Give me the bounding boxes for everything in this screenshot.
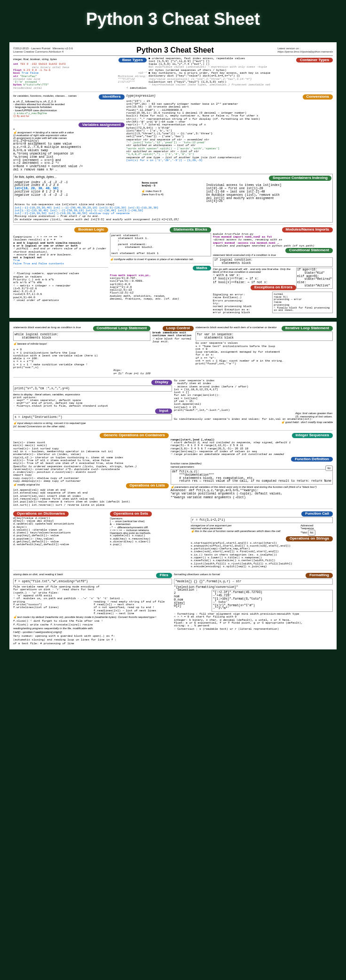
section-iter-loop: Iterative Loop Statement xyxy=(282,326,333,331)
section-int-seq: Integer Sequences xyxy=(292,433,333,438)
fct-call-icon: fct xyxy=(308,530,315,535)
section-input: Input xyxy=(155,409,172,414)
section-formatting: Formatting xyxy=(306,573,333,578)
section-dict-ops: Operations on Dictionaries xyxy=(13,511,69,517)
section-base-types: Base Types xyxy=(118,58,147,63)
section-generic-ops: Generic Operations on Containers xyxy=(100,433,168,438)
section-maths: Maths xyxy=(193,266,211,271)
page-title: Python 3 Cheat Sheet xyxy=(0,0,346,39)
section-container-types: Container Types xyxy=(296,58,333,63)
fct-box-icon: fct xyxy=(325,465,333,471)
section-conditional: Conditional Statement xyxy=(285,248,333,253)
section-statements: Statements Blocks xyxy=(170,227,211,232)
section-set-ops: Operations on Sets xyxy=(110,511,152,517)
section-func-def: Function Definition xyxy=(291,457,333,462)
section-exceptions: Exceptions on Errors xyxy=(251,285,296,290)
section-files: Files xyxy=(156,573,172,578)
section-list-ops: Operations on Lists xyxy=(126,483,169,488)
section-loop-control: Loop Control xyxy=(163,326,194,331)
section-modules: Modules/Names Imports xyxy=(282,227,333,232)
section-identifiers: Identifiers xyxy=(99,94,124,100)
page-1: ©2012-2015 - Laurent Pointal Mémento v2.… xyxy=(9,42,337,318)
section-func-call: Function Call xyxy=(301,511,333,517)
section-display: Display xyxy=(151,380,172,385)
basetypes-desc: integer, float, boolean, string, bytes xyxy=(13,58,57,61)
section-str-ops: Operations on Strings xyxy=(286,536,333,541)
section-conversions: Conversions xyxy=(303,94,333,100)
section-boolean: Boolean Logic xyxy=(74,227,108,232)
page-2: Conditional Loop Statement statements bl… xyxy=(9,322,337,649)
section-sequence-indexing: Sequence Containers Indexing xyxy=(269,176,331,181)
section-cond-loop: Conditional Loop Statement xyxy=(93,326,151,331)
doc-title: Python 3 Cheat Sheet xyxy=(136,46,213,54)
section-variables: Variables assignment xyxy=(79,123,125,128)
doc-header: ©2012-2015 - Laurent Pointal Mémento v2.… xyxy=(13,46,333,56)
